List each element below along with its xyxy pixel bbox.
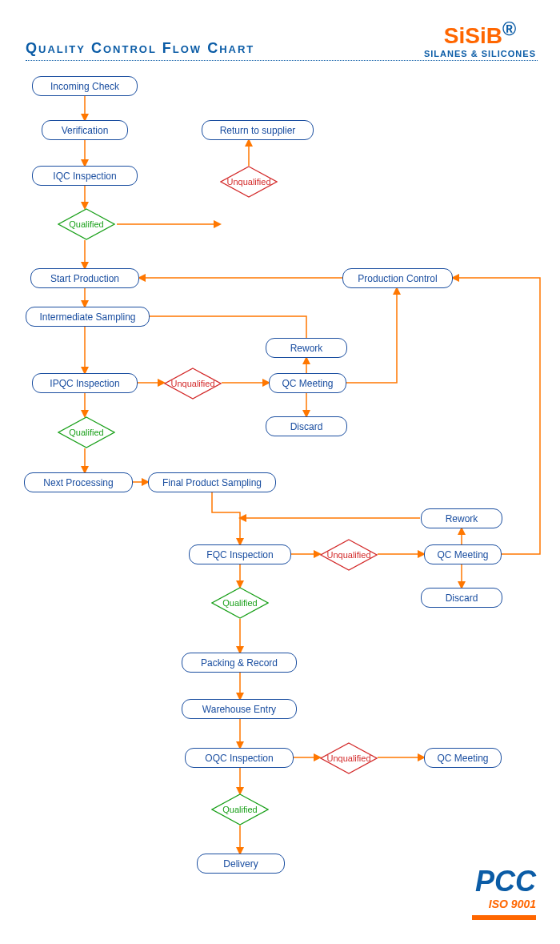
node-intermediate_sampling: Intermediate Sampling xyxy=(26,307,150,327)
node-fqc_inspection: FQC Inspection xyxy=(189,544,291,564)
node-verification: Verification xyxy=(42,120,128,140)
node-return_supplier: Return to supplier xyxy=(202,120,314,140)
node-delivery: Delivery xyxy=(197,854,285,874)
node-discard2: Discard xyxy=(421,588,502,608)
pcc-logo: PCC ISO 9001 xyxy=(472,867,536,920)
decision-d_fqc_unqualified: Unqualified xyxy=(320,539,378,571)
decision-d_iqc_qualified: Qualified xyxy=(58,208,115,240)
decision-d_fqc_qualified: Qualified xyxy=(211,587,269,619)
brand-logo: SiSiB® SILANES & SILICONES xyxy=(424,20,536,58)
node-next_processing: Next Processing xyxy=(24,472,133,492)
node-oqc_inspection: OQC Inspection xyxy=(185,748,294,768)
decision-d_ipqc_unqualified: Unqualified xyxy=(164,368,222,400)
node-rework1: Rework xyxy=(266,338,347,358)
node-warehouse_entry: Warehouse Entry xyxy=(182,699,297,719)
node-qc_meeting2: QC Meeting xyxy=(424,544,502,564)
decision-d_oqc_unqualified: Unqualified xyxy=(320,742,378,774)
node-rework2: Rework xyxy=(421,508,502,528)
decision-d_ipqc_qualified: Qualified xyxy=(58,416,115,448)
title-underline xyxy=(26,60,538,61)
decision-d_oqc_qualified: Qualified xyxy=(211,793,269,825)
node-production_control: Production Control xyxy=(342,268,453,288)
node-qc_meeting1: QC Meeting xyxy=(269,373,346,393)
node-ipqc_inspection: IPQC Inspection xyxy=(32,373,138,393)
node-iqc_inspection: IQC Inspection xyxy=(32,166,138,186)
node-incoming_check: Incoming Check xyxy=(32,76,138,96)
node-packing_record: Packing & Record xyxy=(182,653,297,673)
node-qc_meeting3: QC Meeting xyxy=(424,748,502,768)
page-title: Quality Control Flow Chart xyxy=(26,40,254,57)
node-discard1: Discard xyxy=(266,416,347,436)
decision-d_iqc_unqualified: Unqualified xyxy=(220,166,278,198)
node-start_production: Start Production xyxy=(30,268,139,288)
node-final_product_sampling: Final Product Sampling xyxy=(148,472,276,492)
